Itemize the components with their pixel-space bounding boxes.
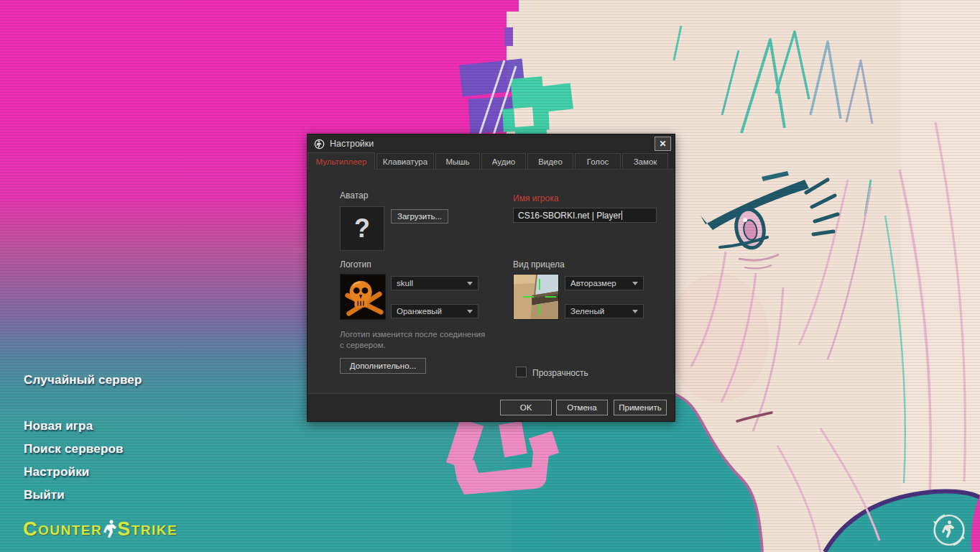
logo-color-select[interactable]: Оранжевый <box>391 304 479 318</box>
chevron-down-icon <box>632 310 638 316</box>
avatar-placeholder: ? <box>354 213 370 244</box>
logo-note-line2: с сервером. <box>340 340 519 351</box>
logo-select[interactable]: skull <box>391 276 479 290</box>
crosshair-preview <box>513 274 559 320</box>
advanced-button[interactable]: Дополнительно... <box>340 358 426 374</box>
avatar-label: Аватар <box>340 190 368 201</box>
tab-mouse[interactable]: Мышь <box>435 153 480 169</box>
settings-dialog: Настройки ✕ Мультиплеер Клавиатура Мышь … <box>307 134 675 422</box>
dialog-titlebar[interactable]: Настройки ✕ <box>308 134 675 153</box>
logo-note: Логотип изменится после соединения с сер… <box>340 329 519 351</box>
crosshair-color-select[interactable]: Зеленый <box>565 304 644 318</box>
tab-multiplayer[interactable]: Мультиплеер <box>308 152 375 170</box>
dialog-footer: OK Отмена Применить <box>308 393 675 421</box>
menu-item-find-servers[interactable]: Поиск серверов <box>24 442 124 456</box>
player-name-label: Имя игрока <box>513 193 558 203</box>
tab-keyboard[interactable]: Клавиатура <box>376 153 434 169</box>
logo-preview-skull <box>340 274 386 320</box>
tab-video[interactable]: Видео <box>527 153 573 169</box>
menu-item-random-server[interactable]: Случайный сервер <box>24 373 142 387</box>
upload-avatar-button[interactable]: Загрузить... <box>391 209 448 224</box>
avatar-preview: ? <box>340 206 384 251</box>
player-name-input[interactable]: CS16-SBORKI.net | Player <box>513 208 657 223</box>
menu-item-new-game[interactable]: Новая игра <box>24 419 93 433</box>
close-button[interactable]: ✕ <box>655 137 671 151</box>
counter-strike-wordmark: COUNTER STRIKE <box>23 519 177 538</box>
wordmark-text: OUNTER <box>38 523 102 538</box>
dialog-title: Настройки <box>330 139 374 149</box>
cs-soldier-icon <box>103 519 118 538</box>
player-name-value: CS16-SBORKI.net | Player <box>518 211 621 221</box>
crosshair-size-select[interactable]: Авторазмер <box>565 276 644 290</box>
chevron-down-icon <box>467 282 473 288</box>
logo-note-line1: Логотип изменится после соединения <box>340 329 519 340</box>
cs-window-icon <box>314 139 325 150</box>
crosshair-label: Вид прицела <box>513 259 565 270</box>
chevron-down-icon <box>467 310 473 316</box>
ok-button[interactable]: OK <box>500 400 552 415</box>
tab-bar: Мультиплеер Клавиатура Мышь Аудио Видео … <box>308 153 675 170</box>
desktop: Случайный сервер Новая игра Поиск сервер… <box>0 0 980 552</box>
cs-roundel-icon <box>928 510 970 551</box>
apply-button[interactable]: Применить <box>614 400 667 415</box>
transparency-checkbox[interactable] <box>516 367 527 377</box>
wordmark-text: TRIKE <box>131 523 178 538</box>
transparency-label: Прозрачность <box>532 368 588 378</box>
logo-color-value: Оранжевый <box>397 307 442 316</box>
chevron-down-icon <box>632 282 638 288</box>
crosshair-size-value: Авторазмер <box>570 279 616 288</box>
tab-lock[interactable]: Замок <box>622 153 668 169</box>
cancel-button[interactable]: Отмена <box>556 400 608 415</box>
menu-item-quit[interactable]: Выйти <box>24 488 65 502</box>
tab-content-multiplayer: Аватар ? Загрузить... Имя игрока CS16-SB… <box>308 170 675 393</box>
crosshair-color-value: Зеленый <box>570 307 604 316</box>
logo-label: Логотип <box>340 259 371 270</box>
wordmark-letter: C <box>23 520 38 538</box>
tab-audio[interactable]: Аудио <box>481 153 526 169</box>
text-caret <box>621 211 622 220</box>
tab-voice[interactable]: Голос <box>575 153 621 169</box>
menu-item-options[interactable]: Настройки <box>24 465 90 479</box>
logo-select-value: skull <box>397 279 413 288</box>
wordmark-letter: S <box>117 520 131 538</box>
